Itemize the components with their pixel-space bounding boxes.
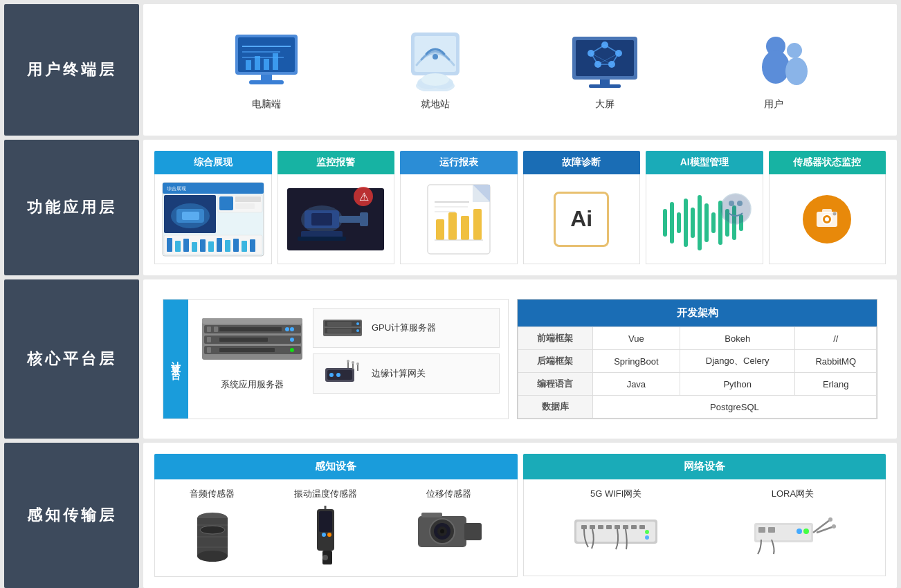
svg-point-114 [290,348,294,352]
svg-rect-5 [246,60,251,70]
audio-sensor-item: 音频传感器 [188,488,237,568]
sensor-transport-label: 感知传输层 [4,443,139,588]
svg-point-101 [833,212,837,215]
dev-val-java: Java [592,373,680,396]
camera-icon [803,195,851,244]
svg-rect-105 [207,327,211,332]
svg-rect-165 [639,525,645,529]
svg-rect-162 [615,525,620,529]
lora-label: LORA网关 [772,488,814,500]
user-terminal-content: 电脑端 [143,4,897,136]
module-body-report [400,174,518,264]
audio-sensor-label: 音频传感器 [190,488,235,500]
svg-point-132 [347,360,349,362]
user-terminal-label: 用户终端层 [4,4,139,136]
users-icon [732,29,815,91]
svg-point-37 [785,57,808,85]
terminal-item-local: 就地站 [394,29,477,111]
core-inner: 计算平台 [154,291,886,428]
svg-point-177 [832,524,836,529]
svg-rect-8 [273,53,278,70]
terminal-item-user: 用户 [732,29,815,111]
svg-rect-106 [214,327,218,332]
svg-rect-53 [192,242,197,252]
svg-point-134 [356,362,359,365]
svg-rect-76 [461,216,469,240]
svg-rect-136 [197,518,228,556]
network-devices-header: 网络设备 [523,454,886,479]
large-screen-label: 大屏 [595,98,615,111]
svg-point-167 [645,535,649,540]
svg-rect-47 [235,196,261,202]
ai-text-box: Ai [554,192,609,247]
func-app-label: 功能应用层 [4,140,139,275]
svg-point-128 [336,373,340,377]
func-module-sensor-mon: 传感器状态监控 [769,151,886,264]
sensor-label-text: 感知传输层 [27,505,117,526]
svg-point-153 [440,529,444,533]
svg-point-17 [421,73,449,86]
svg-rect-44 [182,212,199,220]
svg-point-172 [797,529,802,534]
svg-rect-77 [473,209,482,240]
module-header-monitor: 监控报警 [277,151,395,174]
svg-rect-163 [623,525,628,529]
computer-label: 电脑端 [252,98,281,111]
gpu-server-label: GPU计算服务器 [372,322,436,334]
module-header-ai: AI模型管理 [646,151,763,174]
core-platform-content: 计算平台 [143,279,897,439]
network-devices-section: 网络设备 5G WIFI网关 [523,454,886,577]
svg-rect-33 [589,84,621,88]
svg-rect-124 [327,329,352,333]
svg-point-107 [290,327,294,331]
module-body-overview: 综合展现 [154,174,272,264]
func-module-overview: 综合展现 综合展现 [154,151,272,264]
sensor-sections: 感知设备 音频传感器 [154,454,886,577]
func-label-text: 功能应用层 [27,197,117,218]
svg-rect-82 [663,209,667,237]
5g-wifi-label: 5G WIFI网关 [590,488,641,500]
func-module-fault: 故障诊断 Ai [523,151,641,264]
svg-point-138 [200,526,225,534]
svg-rect-83 [670,202,674,244]
compute-label: 计算平台 [163,300,188,419]
dev-val-vue: Vue [592,327,680,350]
dev-row-frontend: 前端框架 Vue Bokeh // [518,327,877,350]
dev-val-springboot: SpringBoot [592,350,680,373]
touch-screen-icon [394,29,477,91]
dev-val-django: Django、Celery [680,350,795,373]
svg-rect-65 [339,216,363,223]
func-module-monitor: 监控报警 [277,151,395,264]
svg-rect-32 [600,80,610,85]
svg-point-122 [356,329,359,332]
svg-rect-171 [768,527,775,533]
svg-rect-60 [250,239,255,252]
dev-val-rabbitmq: RabbitMQ [795,350,877,373]
svg-rect-86 [691,208,695,238]
svg-rect-87 [698,195,702,250]
compute-inner: 系统应用服务器 [188,300,508,419]
sensing-devices-section: 感知设备 音频传感器 [154,454,518,577]
main-container: 用户终端层 [0,0,901,588]
dev-cat-db: 数据库 [518,396,593,419]
svg-point-96 [737,201,743,206]
svg-rect-54 [200,239,206,252]
svg-point-36 [787,43,802,58]
svg-rect-55 [208,241,214,252]
svg-rect-57 [225,240,230,252]
svg-rect-48 [235,203,255,209]
dev-val-slash: // [795,327,877,350]
svg-point-99 [825,217,829,221]
svg-rect-52 [183,239,189,252]
svg-point-137 [197,551,228,562]
dev-val-python: Python [680,373,795,396]
svg-rect-158 [581,525,587,529]
dev-val-bokeh: Bokeh [680,327,795,350]
func-modules-container: 综合展现 综合展现 [154,151,886,264]
svg-point-35 [762,50,790,84]
terminal-icons-row: 电脑端 [154,15,886,125]
svg-rect-59 [242,241,247,252]
svg-rect-100 [822,209,832,213]
svg-text:⚠: ⚠ [359,191,369,203]
core-platform-row: 核心平台层 计算平台 [4,279,897,439]
